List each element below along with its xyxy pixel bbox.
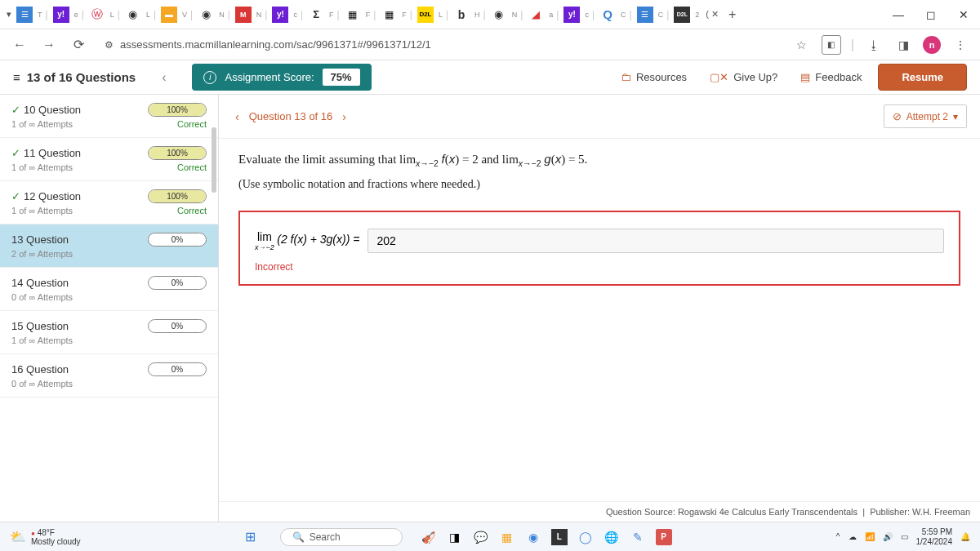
tab-icon[interactable]: M	[235, 7, 252, 23]
tab-icon[interactable]: ◉	[491, 7, 507, 23]
sidebar-question-item[interactable]: 13 Question 0% 2 of ∞ Attempts	[0, 224, 218, 268]
info-icon[interactable]: i	[203, 71, 216, 84]
assignment-toolbar: ≡ 13 of 16 Questions ‹ i Assignment Scor…	[0, 60, 980, 95]
scrollbar-thumb[interactable]	[212, 127, 216, 193]
main-content: ‹ Question 13 of 16 › ⊘ Attempt 2 ▾ Eval…	[219, 95, 980, 522]
sidebar-question-item[interactable]: ✓12 Question 100% 1 of ∞ AttemptsCorrect	[0, 181, 218, 224]
giveup-button[interactable]: ▢✕Give Up?	[703, 68, 784, 87]
progress-pill: 100%	[148, 146, 207, 160]
app-icon[interactable]: L	[551, 529, 568, 545]
clock[interactable]: 5:59 PM 1/24/2024	[916, 527, 953, 547]
sidebar-question-item[interactable]: 14 Question 0% 0 of ∞ Attempts	[0, 268, 218, 311]
tab-close-icon[interactable]: ( ✕	[706, 9, 719, 20]
minimize-icon[interactable]: —	[889, 5, 908, 24]
status-label: Correct	[177, 162, 207, 172]
tab-icon[interactable]: ☰	[637, 7, 653, 23]
assignment-score: i Assignment Score: 75%	[192, 64, 371, 91]
taskbar-search[interactable]: 🔍 Search	[280, 528, 403, 546]
app-icon[interactable]: 🎻	[421, 529, 437, 545]
tab-icon[interactable]: y!	[53, 7, 69, 23]
app-icon[interactable]: 💬	[473, 529, 489, 545]
question-hint: (Use symbolic notation and fractions whe…	[238, 178, 960, 191]
feedback-button[interactable]: ▤Feedback	[794, 68, 868, 87]
panel-icon[interactable]: ◨	[893, 35, 913, 55]
start-icon[interactable]: ⊞	[245, 529, 256, 544]
chrome-icon[interactable]: 🌐	[604, 529, 620, 545]
tab-icon-active[interactable]: D2L	[674, 7, 690, 23]
answer-box: limx→−2 (2 f(x) + 3g(x)) = Incorrect	[238, 211, 960, 286]
powerpoint-icon[interactable]: P	[656, 529, 672, 545]
reload-icon[interactable]: ⟳	[69, 35, 88, 55]
attempts-label: 1 of ∞ Attempts	[11, 162, 73, 172]
close-icon[interactable]: ✕	[954, 5, 973, 24]
back-icon[interactable]: ←	[10, 35, 29, 55]
tab-icon[interactable]: ▦	[345, 7, 361, 23]
tab-icon[interactable]: ◢	[528, 7, 544, 23]
tab-dropdown-icon[interactable]: ▾	[7, 9, 11, 20]
prev-icon[interactable]: ‹	[232, 110, 243, 123]
progress-pill: 100%	[148, 103, 207, 117]
app-icon[interactable]: ◯	[577, 529, 594, 545]
attempts-label: 1 of ∞ Attempts	[11, 206, 73, 216]
tab-icon[interactable]: Q	[599, 7, 616, 23]
next-icon[interactable]: ›	[339, 110, 350, 123]
resume-button[interactable]: Resume	[878, 64, 967, 91]
sidebar-question-item[interactable]: 15 Question 0% 1 of ∞ Attempts	[0, 311, 218, 354]
tab-icon[interactable]: ⓦ	[89, 7, 105, 23]
star-icon[interactable]: ☆	[792, 35, 812, 55]
answer-expression: limx→−2 (2 f(x) + 3g(x)) =	[255, 230, 359, 251]
tab-icon[interactable]: ◉	[125, 7, 141, 23]
check-icon: ✓	[11, 104, 20, 116]
attempts-label: 2 of ∞ Attempts	[11, 249, 73, 259]
download-icon[interactable]: ⭳	[864, 35, 884, 55]
windows-taskbar: ⛅ ● 48°FMostly cloudy ⊞ 🔍 Search 🎻 ◨ 💬 ▦…	[0, 522, 980, 551]
attempts-label: 1 of ∞ Attempts	[11, 335, 73, 345]
edge-icon[interactable]: ◉	[525, 529, 541, 545]
site-settings-icon[interactable]: ⚙	[105, 39, 114, 51]
progress-pill: 0%	[148, 276, 207, 290]
sidebar-question-item[interactable]: ✓10 Question 100% 1 of ∞ AttemptsCorrect	[0, 95, 218, 138]
question-counter: ≡ 13 of 16 Questions	[13, 70, 136, 84]
app-icon[interactable]: ▦	[499, 529, 515, 545]
tab-icon[interactable]: ▬	[161, 7, 177, 23]
attempts-label: 1 of ∞ Attempts	[11, 119, 73, 129]
cloud-icon[interactable]: ☁	[849, 532, 857, 541]
extension-icon[interactable]: ◧	[822, 35, 841, 55]
forward-icon[interactable]: →	[39, 35, 59, 55]
question-label: 13 Question	[11, 233, 69, 246]
prev-question-icon[interactable]: ‹	[145, 70, 182, 85]
status-label: Correct	[177, 206, 207, 216]
profile-badge[interactable]: n	[923, 36, 941, 54]
tab-icon[interactable]: y!	[272, 7, 288, 23]
resources-button[interactable]: 🗀Resources	[614, 68, 693, 87]
question-label: 15 Question	[11, 320, 69, 332]
maximize-icon[interactable]: ◻	[921, 5, 941, 24]
progress-pill: 100%	[148, 189, 207, 203]
list-icon[interactable]: ≡	[13, 70, 20, 84]
url-input[interactable]: ⚙ assessments.macmillanlearning.com/sac/…	[98, 38, 782, 51]
tab-icon[interactable]: ▦	[381, 7, 397, 23]
tab-icon[interactable]: D2L	[417, 7, 434, 23]
new-tab-icon[interactable]: +	[728, 7, 736, 22]
question-label: 16 Question	[11, 363, 69, 375]
notification-icon[interactable]: 🔔	[960, 532, 970, 541]
sidebar-question-item[interactable]: ✓11 Question 100% 1 of ∞ AttemptsCorrect	[0, 138, 218, 181]
tab-icon[interactable]: b	[453, 7, 470, 23]
app-icon[interactable]: ✎	[630, 529, 646, 545]
tab-icon[interactable]: ☰	[16, 7, 33, 23]
question-source: Question Source: Rogawski 4e Calculus Ea…	[219, 501, 980, 522]
app-icon[interactable]: ◨	[447, 529, 463, 545]
sidebar-question-item[interactable]: 16 Question 0% 0 of ∞ Attempts	[0, 354, 218, 398]
battery-icon[interactable]: ▭	[901, 532, 908, 541]
attempt-dropdown[interactable]: ⊘ Attempt 2 ▾	[884, 104, 967, 128]
chevron-up-icon[interactable]: ^	[836, 532, 840, 541]
menu-icon[interactable]: ⋮	[951, 35, 970, 55]
volume-icon[interactable]: 🔊	[883, 532, 893, 541]
weather-widget[interactable]: ⛅ ● 48°FMostly cloudy	[10, 528, 81, 546]
tab-icon[interactable]: Σ	[308, 7, 324, 23]
answer-input[interactable]	[368, 229, 944, 253]
wifi-icon[interactable]: 📶	[865, 532, 875, 541]
tab-icon[interactable]: ◉	[198, 7, 214, 23]
taskbar-pinned: 🎻 ◨ 💬 ▦ ◉ L ◯ 🌐 ✎ P	[421, 529, 672, 545]
tab-icon[interactable]: y!	[564, 7, 580, 23]
